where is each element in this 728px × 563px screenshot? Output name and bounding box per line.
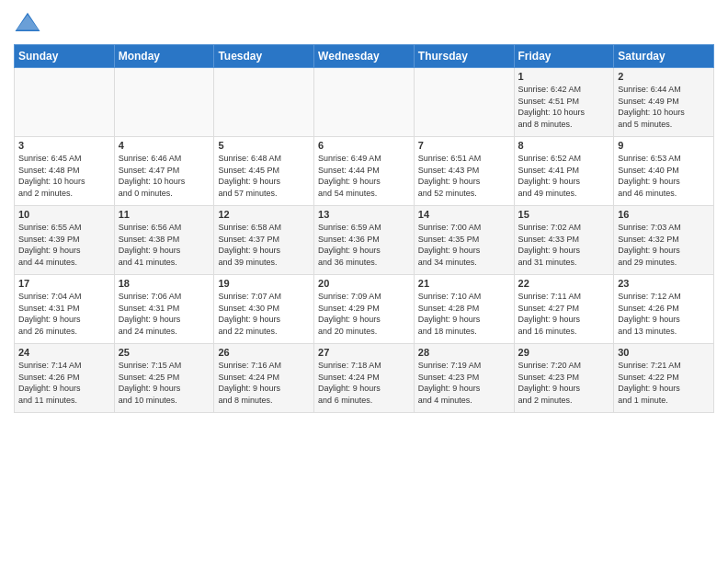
calendar-week-2: 3Sunrise: 6:45 AM Sunset: 4:48 PM Daylig…: [15, 137, 714, 206]
calendar-cell: 25Sunrise: 7:15 AM Sunset: 4:25 PM Dayli…: [114, 344, 214, 413]
calendar-cell: 6Sunrise: 6:49 AM Sunset: 4:44 PM Daylig…: [314, 137, 415, 206]
day-info: Sunrise: 7:11 AM Sunset: 4:27 PM Dayligh…: [518, 291, 610, 337]
day-number: 3: [18, 140, 110, 151]
day-info: Sunrise: 6:51 AM Sunset: 4:43 PM Dayligh…: [418, 153, 510, 199]
calendar-cell: 1Sunrise: 6:42 AM Sunset: 4:51 PM Daylig…: [514, 68, 614, 137]
day-number: 13: [318, 209, 410, 220]
day-info: Sunrise: 7:07 AM Sunset: 4:30 PM Dayligh…: [218, 291, 310, 337]
calendar-cell: [414, 68, 514, 137]
day-info: Sunrise: 6:46 AM Sunset: 4:47 PM Dayligh…: [119, 153, 210, 199]
calendar-cell: 30Sunrise: 7:21 AM Sunset: 4:22 PM Dayli…: [614, 344, 714, 413]
day-number: 9: [618, 140, 710, 151]
calendar-week-3: 10Sunrise: 6:55 AM Sunset: 4:39 PM Dayli…: [15, 206, 714, 275]
calendar-header: SundayMondayTuesdayWednesdayThursdayFrid…: [15, 45, 714, 68]
calendar-cell: 8Sunrise: 6:52 AM Sunset: 4:41 PM Daylig…: [514, 137, 614, 206]
calendar-week-4: 17Sunrise: 7:04 AM Sunset: 4:31 PM Dayli…: [15, 275, 714, 344]
day-number: 23: [618, 278, 710, 289]
day-info: Sunrise: 7:19 AM Sunset: 4:23 PM Dayligh…: [418, 360, 510, 406]
calendar-cell: [15, 68, 115, 137]
calendar-cell: 14Sunrise: 7:00 AM Sunset: 4:35 PM Dayli…: [414, 206, 514, 275]
weekday-header-friday: Friday: [514, 45, 614, 68]
day-number: 7: [418, 140, 510, 151]
calendar-cell: 7Sunrise: 6:51 AM Sunset: 4:43 PM Daylig…: [414, 137, 514, 206]
day-number: 12: [218, 209, 310, 220]
weekday-header-saturday: Saturday: [614, 45, 714, 68]
calendar-cell: 17Sunrise: 7:04 AM Sunset: 4:31 PM Dayli…: [15, 275, 115, 344]
calendar-cell: 29Sunrise: 7:20 AM Sunset: 4:23 PM Dayli…: [514, 344, 614, 413]
day-number: 20: [318, 278, 410, 289]
day-number: 18: [119, 278, 210, 289]
day-info: Sunrise: 7:10 AM Sunset: 4:28 PM Dayligh…: [418, 291, 510, 337]
day-number: 4: [119, 140, 210, 151]
calendar-cell: 16Sunrise: 7:03 AM Sunset: 4:32 PM Dayli…: [614, 206, 714, 275]
weekday-header-sunday: Sunday: [15, 45, 115, 68]
day-number: 6: [318, 140, 410, 151]
day-number: 22: [518, 278, 610, 289]
calendar-cell: 13Sunrise: 6:59 AM Sunset: 4:36 PM Dayli…: [314, 206, 415, 275]
day-number: 30: [618, 347, 710, 358]
weekday-header-wednesday: Wednesday: [314, 45, 415, 68]
calendar-body: 1Sunrise: 6:42 AM Sunset: 4:51 PM Daylig…: [15, 68, 714, 413]
calendar-cell: 2Sunrise: 6:44 AM Sunset: 4:49 PM Daylig…: [614, 68, 714, 137]
day-info: Sunrise: 6:55 AM Sunset: 4:39 PM Dayligh…: [18, 222, 110, 268]
logo: [14, 9, 45, 37]
calendar-cell: 26Sunrise: 7:16 AM Sunset: 4:24 PM Dayli…: [214, 344, 314, 413]
day-number: 2: [618, 71, 710, 82]
calendar-cell: 24Sunrise: 7:14 AM Sunset: 4:26 PM Dayli…: [15, 344, 115, 413]
day-info: Sunrise: 6:49 AM Sunset: 4:44 PM Dayligh…: [318, 153, 410, 199]
calendar-cell: 3Sunrise: 6:45 AM Sunset: 4:48 PM Daylig…: [15, 137, 115, 206]
calendar-cell: 4Sunrise: 6:46 AM Sunset: 4:47 PM Daylig…: [114, 137, 214, 206]
day-number: 1: [518, 71, 610, 82]
page-header: [14, 9, 714, 37]
day-info: Sunrise: 6:52 AM Sunset: 4:41 PM Dayligh…: [518, 153, 610, 199]
calendar-cell: 20Sunrise: 7:09 AM Sunset: 4:29 PM Dayli…: [314, 275, 415, 344]
calendar-cell: 11Sunrise: 6:56 AM Sunset: 4:38 PM Dayli…: [114, 206, 214, 275]
day-info: Sunrise: 7:20 AM Sunset: 4:23 PM Dayligh…: [518, 360, 610, 406]
weekday-header-monday: Monday: [114, 45, 214, 68]
calendar-cell: 28Sunrise: 7:19 AM Sunset: 4:23 PM Dayli…: [414, 344, 514, 413]
day-number: 14: [418, 209, 510, 220]
day-number: 10: [18, 209, 110, 220]
day-number: 11: [119, 209, 210, 220]
day-number: 25: [119, 347, 210, 358]
calendar-cell: 5Sunrise: 6:48 AM Sunset: 4:45 PM Daylig…: [214, 137, 314, 206]
day-number: 19: [218, 278, 310, 289]
calendar-cell: 18Sunrise: 7:06 AM Sunset: 4:31 PM Dayli…: [114, 275, 214, 344]
calendar-week-5: 24Sunrise: 7:14 AM Sunset: 4:26 PM Dayli…: [15, 344, 714, 413]
calendar-cell: [214, 68, 314, 137]
day-info: Sunrise: 7:14 AM Sunset: 4:26 PM Dayligh…: [18, 360, 110, 406]
day-number: 28: [418, 347, 510, 358]
day-info: Sunrise: 7:00 AM Sunset: 4:35 PM Dayligh…: [418, 222, 510, 268]
day-info: Sunrise: 6:56 AM Sunset: 4:38 PM Dayligh…: [119, 222, 210, 268]
calendar-cell: 10Sunrise: 6:55 AM Sunset: 4:39 PM Dayli…: [15, 206, 115, 275]
calendar-cell: 15Sunrise: 7:02 AM Sunset: 4:33 PM Dayli…: [514, 206, 614, 275]
day-info: Sunrise: 7:06 AM Sunset: 4:31 PM Dayligh…: [119, 291, 210, 337]
logo-icon: [14, 9, 41, 37]
svg-marker-1: [17, 15, 39, 30]
calendar-cell: 19Sunrise: 7:07 AM Sunset: 4:30 PM Dayli…: [214, 275, 314, 344]
day-info: Sunrise: 6:53 AM Sunset: 4:40 PM Dayligh…: [618, 153, 710, 199]
day-info: Sunrise: 6:58 AM Sunset: 4:37 PM Dayligh…: [218, 222, 310, 268]
calendar-cell: 9Sunrise: 6:53 AM Sunset: 4:40 PM Daylig…: [614, 137, 714, 206]
day-info: Sunrise: 7:16 AM Sunset: 4:24 PM Dayligh…: [218, 360, 310, 406]
weekday-row: SundayMondayTuesdayWednesdayThursdayFrid…: [15, 45, 714, 68]
day-info: Sunrise: 7:21 AM Sunset: 4:22 PM Dayligh…: [618, 360, 710, 406]
day-number: 26: [218, 347, 310, 358]
calendar-table: SundayMondayTuesdayWednesdayThursdayFrid…: [14, 44, 714, 413]
day-number: 8: [518, 140, 610, 151]
day-number: 29: [518, 347, 610, 358]
day-info: Sunrise: 6:45 AM Sunset: 4:48 PM Dayligh…: [18, 153, 110, 199]
day-number: 5: [218, 140, 310, 151]
page-container: SundayMondayTuesdayWednesdayThursdayFrid…: [0, 0, 728, 418]
day-info: Sunrise: 7:03 AM Sunset: 4:32 PM Dayligh…: [618, 222, 710, 268]
day-info: Sunrise: 6:42 AM Sunset: 4:51 PM Dayligh…: [518, 84, 610, 130]
day-info: Sunrise: 6:48 AM Sunset: 4:45 PM Dayligh…: [218, 153, 310, 199]
calendar-cell: 23Sunrise: 7:12 AM Sunset: 4:26 PM Dayli…: [614, 275, 714, 344]
calendar-week-1: 1Sunrise: 6:42 AM Sunset: 4:51 PM Daylig…: [15, 68, 714, 137]
day-info: Sunrise: 7:18 AM Sunset: 4:24 PM Dayligh…: [318, 360, 410, 406]
calendar-cell: [314, 68, 415, 137]
day-number: 17: [18, 278, 110, 289]
day-number: 27: [318, 347, 410, 358]
day-number: 24: [18, 347, 110, 358]
day-number: 21: [418, 278, 510, 289]
